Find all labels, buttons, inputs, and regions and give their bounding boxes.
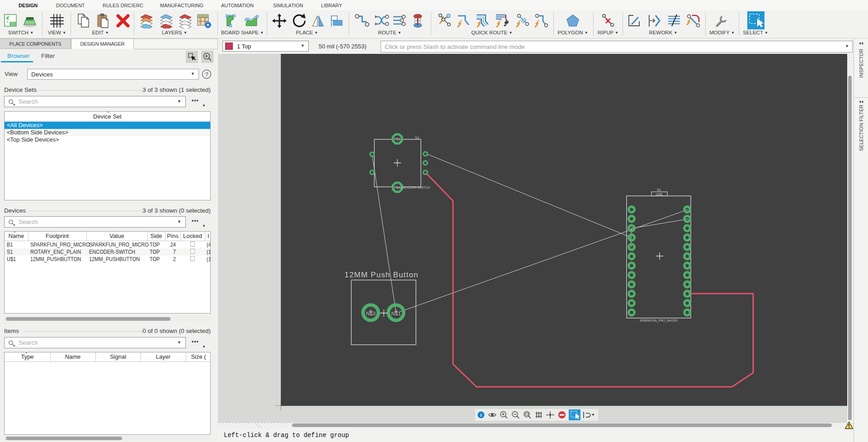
svg-text:i: i (480, 412, 481, 418)
svg-text:B1: B1 (657, 188, 661, 191)
svg-text:SPARKFUN_PRO_MICRO: SPARKFUN_PRO_MICRO (640, 319, 678, 323)
svg-text:12MM Push Button: 12MM Push Button (344, 271, 419, 279)
svg-text:N$1: N$1 (391, 311, 401, 316)
svg-text:N$3: N$3 (366, 311, 375, 316)
svg-text:S1: S1 (415, 136, 420, 140)
svg-text:?: ? (205, 71, 208, 78)
svg-text:P$4: P$4 (394, 185, 400, 190)
svg-text:ENCODER-SWITCH: ENCODER-SWITCH (401, 186, 430, 189)
svg-text:USB: USB (656, 193, 663, 196)
svg-text:P$3: P$3 (394, 137, 400, 141)
